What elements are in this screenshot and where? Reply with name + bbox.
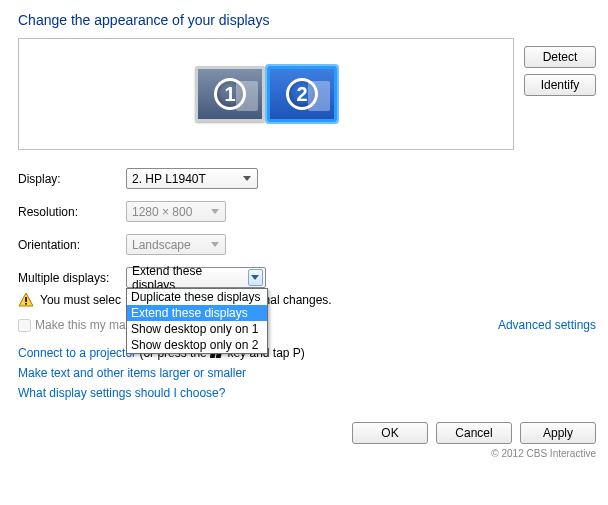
dialog-footer: OK Cancel Apply bbox=[18, 414, 596, 444]
multiple-displays-dropdown: Duplicate these displays Extend these di… bbox=[126, 288, 268, 354]
text-size-link[interactable]: Make text and other items larger or smal… bbox=[18, 366, 246, 380]
chevron-down-icon bbox=[239, 170, 255, 187]
resolution-label: Resolution: bbox=[18, 205, 126, 219]
resolution-value: 1280 × 800 bbox=[132, 205, 192, 219]
svg-rect-1 bbox=[25, 303, 27, 305]
display-label: Display: bbox=[18, 172, 126, 186]
display-combobox[interactable]: 2. HP L1940T bbox=[126, 168, 258, 189]
multiple-displays-combobox[interactable]: Extend these displays Duplicate these di… bbox=[126, 267, 266, 288]
advanced-settings-link[interactable]: Advanced settings bbox=[498, 318, 596, 332]
copyright-text: © 2012 CBS Interactive bbox=[18, 448, 596, 459]
dropdown-option[interactable]: Duplicate these displays bbox=[127, 289, 267, 305]
preview-area: 1 2 Detect Identify bbox=[18, 38, 596, 150]
page-title: Change the appearance of your displays bbox=[18, 12, 596, 28]
main-display-checkbox[interactable] bbox=[18, 319, 31, 332]
warning-row: You must selec onal changes. bbox=[18, 292, 596, 308]
connect-projector-link[interactable]: Connect to a projector bbox=[18, 346, 136, 360]
chevron-down-icon bbox=[207, 203, 223, 220]
monitor-2-thumbnail[interactable]: 2 bbox=[267, 66, 337, 122]
ok-button[interactable]: OK bbox=[352, 422, 428, 444]
cancel-button[interactable]: Cancel bbox=[436, 422, 512, 444]
monitor-1-thumbnail[interactable]: 1 bbox=[195, 66, 265, 122]
display-value: 2. HP L1940T bbox=[132, 172, 206, 186]
orientation-label: Orientation: bbox=[18, 238, 126, 252]
main-display-checkbox-row: Make this my ma bbox=[18, 318, 126, 332]
multiple-displays-label: Multiple displays: bbox=[18, 271, 126, 285]
main-display-label: Make this my ma bbox=[35, 318, 126, 332]
warning-text-visible-suffix: onal changes. bbox=[257, 293, 332, 307]
warning-icon bbox=[18, 292, 34, 308]
chevron-down-icon bbox=[248, 269, 263, 286]
dropdown-option[interactable]: Show desktop only on 2 bbox=[127, 337, 267, 353]
dropdown-option[interactable]: Extend these displays bbox=[127, 305, 267, 321]
svg-rect-0 bbox=[25, 297, 27, 302]
orientation-combobox[interactable]: Landscape bbox=[126, 234, 226, 255]
monitor-arrangement-box[interactable]: 1 2 bbox=[18, 38, 514, 150]
which-settings-link[interactable]: What display settings should I choose? bbox=[18, 386, 225, 400]
warning-text-visible-prefix: You must selec bbox=[40, 293, 121, 307]
resolution-combobox[interactable]: 1280 × 800 bbox=[126, 201, 226, 222]
chevron-down-icon bbox=[207, 236, 223, 253]
apply-button[interactable]: Apply bbox=[520, 422, 596, 444]
identify-button[interactable]: Identify bbox=[524, 74, 596, 96]
dropdown-option[interactable]: Show desktop only on 1 bbox=[127, 321, 267, 337]
detect-button[interactable]: Detect bbox=[524, 46, 596, 68]
orientation-value: Landscape bbox=[132, 238, 191, 252]
